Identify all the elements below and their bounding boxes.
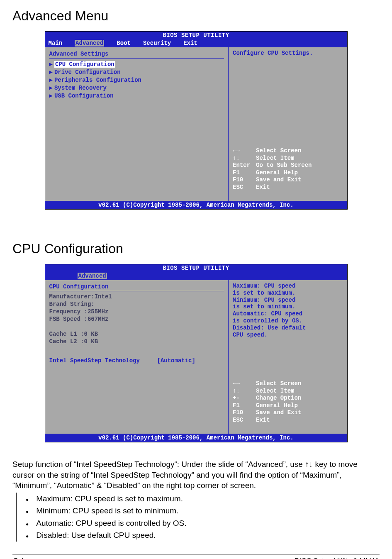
tab-exit[interactable]: Exit [183, 40, 197, 46]
chevron-right-icon: ▶ [49, 61, 53, 68]
panel-title: Advanced Settings [49, 50, 224, 59]
help-line: Minimum: CPU speed [233, 297, 343, 304]
menu-label: Drive Configuration [54, 69, 121, 76]
help-line: Maximum: CPU speed [233, 283, 343, 290]
bios-footer: v02.61 (C)Copyright 1985-2006, American … [45, 201, 347, 209]
nav-key: ↑↓ [233, 155, 256, 162]
bullet-icon: ● [26, 496, 29, 504]
menu-label: System Recovery [54, 85, 107, 91]
nav-key: F10 [233, 176, 256, 184]
tab-advanced[interactable]: Advanced [78, 273, 107, 279]
tab-security[interactable]: Security [143, 40, 171, 46]
bios-title: BIOS SETUP UTILITY [45, 32, 347, 39]
list-item: ●Minimum: CPU speed is set to minimum. [20, 505, 380, 517]
nav-action: Change Option [256, 395, 301, 402]
help-text: Maximum: CPU speed is set to maximum. Mi… [233, 283, 343, 338]
bios-title: BIOS SETUP UTILITY [45, 264, 347, 272]
menu-label: USB Configuration [54, 93, 114, 99]
list-item: ●Automatic: CPU speed is controlled by O… [20, 517, 380, 529]
nav-key: +- [233, 395, 256, 402]
info-line: FSB Speed :667MHz [49, 315, 224, 323]
help-line: CPU speed. [233, 332, 343, 339]
nav-action: Save and Exit [256, 409, 301, 417]
help-line: is controlled by OS. [233, 317, 343, 325]
menu-item-cpu-configuration[interactable]: ▶CPU Configuration [49, 60, 224, 68]
info-line: Cache L2 :0 KB [49, 338, 224, 345]
nav-action: Exit [256, 184, 270, 191]
nav-help-block: ←→Select Screen ↑↓Select Item EnterGo to… [233, 147, 343, 198]
bullet-icon: ● [26, 532, 29, 540]
menu-item-drive-configuration[interactable]: ▶Drive Configuration [49, 68, 224, 76]
bullet-icon: ● [26, 520, 29, 528]
info-line: Brand String: [49, 300, 224, 308]
info-line [49, 323, 224, 330]
nav-key: ←→ [233, 380, 256, 388]
list-item-text: Minimum: CPU speed is set to minimum. [36, 505, 178, 517]
nav-action: General Help [256, 402, 298, 410]
menu-item-usb-configuration[interactable]: ▶USB Configuration [49, 92, 224, 100]
nav-key: F1 [233, 402, 256, 410]
nav-action: Select Item [256, 388, 294, 395]
help-line: Disabled: Use default [233, 325, 343, 332]
bios-footer: v02.61 (C)Copyright 1985-2006, American … [45, 434, 347, 442]
page-footer: 5-4 BIOS Setup Utility & MLUA [12, 554, 380, 559]
list-item-text: Automatic: CPU speed is controlled by OS… [36, 517, 186, 529]
chevron-right-icon: ▶ [49, 85, 53, 91]
nav-action: Select Item [256, 155, 294, 162]
nav-key: ←→ [233, 147, 256, 155]
bios-left-panel: CPU Configuration Manufacturer:Intel Bra… [45, 280, 229, 434]
tab-advanced[interactable]: Advanced [75, 40, 104, 46]
nav-action: Save and Exit [256, 176, 301, 184]
bullet-list: ●Maximum: CPU speed is set to maximum. ●… [16, 493, 380, 542]
menu-item-peripherals-configuration[interactable]: ▶Peripherals Configuration [49, 76, 224, 84]
page-number: 5-4 [13, 557, 24, 559]
tab-main[interactable]: Main [49, 40, 63, 46]
info-line: Manufacturer:Intel [49, 293, 224, 300]
page-footer-right: BIOS Setup Utility & MLUA [294, 557, 379, 559]
bios-menubar: Main Advanced Boot Security Exit [45, 39, 347, 47]
chevron-right-icon: ▶ [49, 69, 53, 76]
setting-label: Intel SpeedStep Technology [49, 357, 157, 364]
list-item: ●Maximum: CPU speed is set to maximum. [20, 493, 380, 505]
bios-menubar: Advanced [45, 272, 347, 280]
description-paragraph: Setup function of “Intel SpeedStep Techn… [12, 459, 380, 491]
nav-action: General Help [256, 169, 298, 177]
menu-label: CPU Configuration [54, 61, 115, 68]
info-line: Frequency :255MHz [49, 308, 224, 315]
chevron-right-icon: ▶ [49, 93, 53, 99]
help-line: is set to maximum. [233, 290, 343, 297]
list-item-text: Disabled: Use default CPU speed. [36, 529, 156, 541]
heading-advanced-menu: Advanced Menu [12, 8, 380, 24]
list-item: ●Disabled: Use default CPU speed. [20, 529, 380, 541]
nav-action: Select Screen [256, 147, 301, 155]
nav-key: Enter [233, 162, 256, 169]
nav-key: ↑↓ [233, 388, 256, 395]
setting-intel-speedstep[interactable]: Intel SpeedStep Technology [Automatic] [49, 357, 224, 364]
help-line: is set to minimum. [233, 303, 343, 310]
heading-cpu-configuration: CPU Configuration [12, 241, 380, 256]
list-item-text: Maximum: CPU speed is set to maximum. [36, 493, 183, 505]
setting-value: [Automatic] [157, 357, 195, 364]
menu-label: Peripherals Configuration [54, 77, 141, 83]
menu-item-system-recovery[interactable]: ▶System Recovery [49, 84, 224, 92]
nav-action: Go to Sub Screen [256, 162, 312, 169]
tab-boot[interactable]: Boot [117, 40, 131, 46]
info-line: Cache L1 :0 KB [49, 330, 224, 338]
nav-key: F1 [233, 169, 256, 177]
panel-title: CPU Configuration [49, 283, 224, 291]
nav-key: F10 [233, 409, 256, 417]
bios-left-panel: Advanced Settings ▶CPU Configuration ▶Dr… [45, 47, 229, 201]
help-line: Automatic: CPU speed [233, 310, 343, 317]
help-text: Configure CPU Settings. [233, 50, 343, 57]
bullet-icon: ● [26, 508, 29, 516]
chevron-right-icon: ▶ [49, 77, 53, 83]
nav-help-block: ←→Select Screen ↑↓Select Item +-Change O… [233, 380, 343, 431]
nav-action: Select Screen [256, 380, 301, 388]
nav-key: ESC [233, 417, 256, 424]
nav-key: ESC [233, 184, 256, 191]
bios-screen-cpu-configuration: BIOS SETUP UTILITY Advanced CPU Configur… [45, 264, 348, 442]
nav-action: Exit [256, 417, 270, 424]
bios-screen-advanced-menu: BIOS SETUP UTILITY Main Advanced Boot Se… [45, 31, 348, 210]
